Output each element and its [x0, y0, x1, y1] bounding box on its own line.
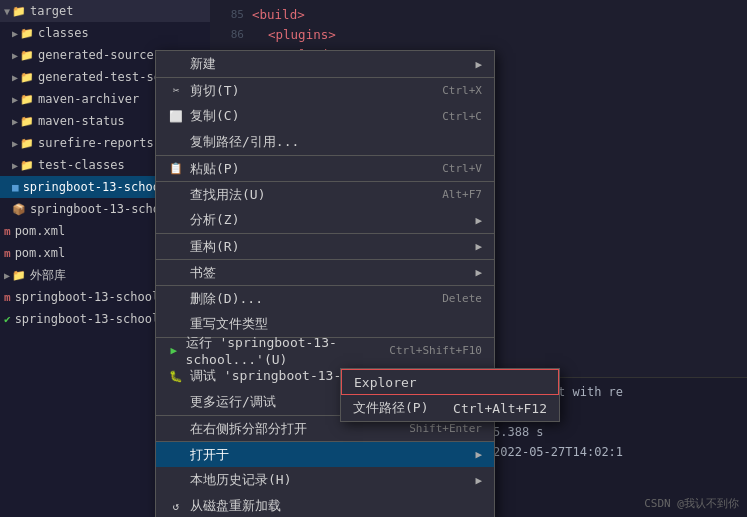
shortcut-label: Ctrl+Alt+F12	[453, 401, 547, 416]
menu-label: 分析(Z)	[190, 211, 239, 229]
tree-item-target[interactable]: ▼ 📁 target	[0, 0, 210, 22]
menu-item-paste[interactable]: 📋 粘贴(P) Ctrl+V	[156, 155, 494, 181]
tree-label: target	[30, 4, 73, 18]
menu-label: 粘贴(P)	[190, 160, 239, 178]
menu-label: 复制路径/引用...	[190, 133, 299, 151]
menu-label: 打开于	[190, 446, 229, 464]
paste-icon: 📋	[168, 162, 184, 175]
menu-item-analyze[interactable]: 分析(Z) ▶	[156, 207, 494, 233]
arrow-icon: ▶	[12, 28, 18, 39]
menu-label: 重写文件类型	[190, 315, 268, 333]
menu-item-bookmark[interactable]: 书签 ▶	[156, 259, 494, 285]
menu-label: 复制(C)	[190, 107, 239, 125]
arrow-icon: ▶	[12, 138, 18, 149]
editor-line: 85 <build>	[210, 4, 747, 24]
menu-label: 更多运行/调试	[190, 393, 276, 411]
menu-item-open-in[interactable]: 打开于 ▶	[156, 441, 494, 467]
reload-icon: ↺	[168, 500, 184, 513]
submenu-label: Explorer	[354, 375, 417, 390]
line-number: 86	[214, 28, 244, 41]
line-code: <build>	[252, 7, 305, 22]
watermark: CSDN @我认不到你	[644, 496, 739, 511]
shortcut-label: Ctrl+X	[442, 84, 482, 97]
menu-label: 在右侧拆分部分打开	[190, 420, 307, 438]
check-icon: ✔	[4, 313, 11, 326]
submenu: Explorer 文件路径(P) Ctrl+Alt+F12	[340, 368, 560, 422]
submenu-arrow-icon: ▶	[475, 448, 482, 461]
folder-icon: 📁	[12, 269, 26, 282]
menu-item-find-usage[interactable]: 查找用法(U) Alt+F7	[156, 181, 494, 207]
menu-item-delete[interactable]: 删除(D)... Delete	[156, 285, 494, 311]
folder-icon: 📁	[20, 49, 34, 62]
menu-label: 从磁盘重新加载	[190, 497, 281, 515]
tree-label: surefire-reports	[38, 136, 154, 150]
arrow-icon: ▶	[12, 94, 18, 105]
folder-icon: 📁	[20, 27, 34, 40]
folder-icon: 📁	[20, 71, 34, 84]
maven-icon: m	[4, 247, 11, 260]
arrow-icon: ▶	[12, 116, 18, 127]
menu-item-copy-path[interactable]: 复制路径/引用...	[156, 129, 494, 155]
menu-item-local-history[interactable]: 本地历史记录(H) ▶	[156, 467, 494, 493]
line-code: <plugins>	[252, 27, 336, 42]
submenu-arrow-icon: ▶	[475, 240, 482, 253]
submenu-arrow-icon: ▶	[475, 266, 482, 279]
arrow-icon: ▶	[12, 50, 18, 61]
watermark-text: CSDN @我认不到你	[644, 497, 739, 510]
menu-item-cut[interactable]: ✂ 剪切(T) Ctrl+X	[156, 77, 494, 103]
folder-icon: 📁	[20, 115, 34, 128]
debug-icon: 🐛	[168, 370, 184, 383]
menu-label: 剪切(T)	[190, 82, 239, 100]
tree-label: maven-status	[38, 114, 125, 128]
tree-label: pom.xml	[15, 246, 66, 260]
tree-item-classes[interactable]: ▶ 📁 classes	[0, 22, 210, 44]
menu-item-reload[interactable]: ↺ 从磁盘重新加载	[156, 493, 494, 517]
menu-item-new[interactable]: 新建 ▶	[156, 51, 494, 77]
menu-item-copy[interactable]: ⬜ 复制(C) Ctrl+C	[156, 103, 494, 129]
cut-icon: ✂	[168, 84, 184, 97]
menu-label: 重构(R)	[190, 238, 239, 256]
menu-label: 本地历史记录(H)	[190, 471, 291, 489]
run-icon: ▶	[168, 344, 180, 357]
jar-icon: 📦	[12, 203, 26, 216]
line-number: 85	[214, 8, 244, 21]
shortcut-label: Ctrl+Shift+F10	[389, 344, 482, 357]
submenu-arrow-icon: ▶	[475, 214, 482, 227]
submenu-arrow-icon: ▶	[475, 58, 482, 71]
folder-icon: 📁	[20, 137, 34, 150]
folder-icon: 📁	[12, 5, 26, 18]
menu-label: 删除(D)...	[190, 290, 263, 308]
editor-line: 86 <plugins>	[210, 24, 747, 44]
arrow-icon: ▶	[12, 160, 18, 171]
arrow-icon: ▶	[4, 270, 10, 281]
submenu-arrow-icon: ▶	[475, 474, 482, 487]
submenu-label: 文件路径(P)	[353, 399, 428, 417]
submenu-item-explorer[interactable]: Explorer	[341, 369, 559, 395]
shortcut-label: Delete	[442, 292, 482, 305]
maven-icon: m	[4, 225, 11, 238]
tree-label: classes	[38, 26, 89, 40]
context-menu: 新建 ▶ ✂ 剪切(T) Ctrl+X ⬜ 复制(C) Ctrl+C 复制路径/…	[155, 50, 495, 517]
folder-icon: 📁	[20, 93, 34, 106]
copy-icon: ⬜	[168, 110, 184, 123]
menu-item-refactor[interactable]: 重构(R) ▶	[156, 233, 494, 259]
maven-icon: m	[4, 291, 11, 304]
menu-item-run[interactable]: ▶ 运行 'springboot-13-school...'(U) Ctrl+S…	[156, 337, 494, 363]
shortcut-label: Ctrl+V	[442, 162, 482, 175]
file-icon: ■	[12, 181, 19, 194]
shortcut-label: Shift+Enter	[409, 422, 482, 435]
tree-label: pom.xml	[15, 224, 66, 238]
menu-label: 新建	[190, 55, 216, 73]
arrow-icon: ▶	[12, 72, 18, 83]
tree-label: generated-sources	[38, 48, 161, 62]
folder-icon: 📁	[20, 159, 34, 172]
shortcut-label: Ctrl+C	[442, 110, 482, 123]
menu-label: 书签	[190, 264, 216, 282]
tree-label: maven-archiver	[38, 92, 139, 106]
tree-label: 外部库	[30, 267, 66, 284]
tree-label: test-classes	[38, 158, 125, 172]
shortcut-label: Alt+F7	[442, 188, 482, 201]
arrow-icon: ▼	[4, 6, 10, 17]
menu-label: 查找用法(U)	[190, 186, 265, 204]
submenu-item-filepath[interactable]: 文件路径(P) Ctrl+Alt+F12	[341, 395, 559, 421]
